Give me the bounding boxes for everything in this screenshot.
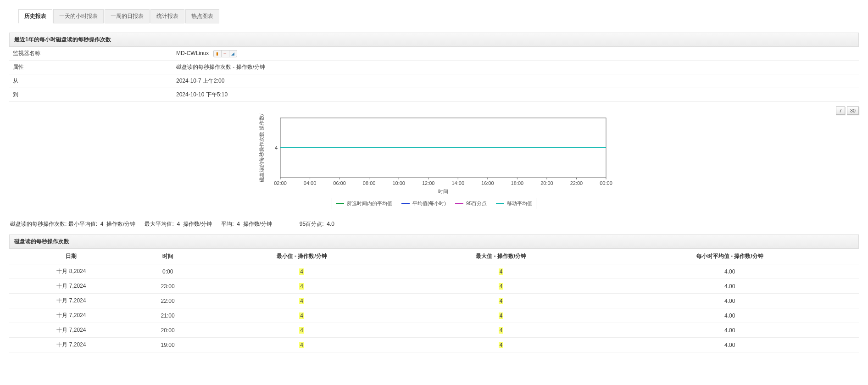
cell-time: 0:00 [134, 264, 202, 279]
table-row: 十月 7,202420:00444.00 [9, 323, 859, 338]
chart-legend: 所选时间内的平均值平均值(每小时)95百分点移动平均值 [332, 198, 537, 209]
tab-4[interactable]: 热点图表 [185, 9, 219, 23]
data-table: 日期 时间 最小值 - 操作数/分钟 最大值 - 操作数/分钟 每小时平均值 -… [9, 249, 859, 352]
info-table: 监视器名称 MD-CWLinux ▮ 〰 ◢ 属性 磁盘读的每秒操作次数 - 操… [9, 47, 859, 102]
tab-1[interactable]: 一天的小时报表 [53, 9, 104, 23]
cell-max: 4 [401, 308, 601, 323]
svg-text:22:00: 22:00 [570, 180, 583, 186]
cell-date: 十月 7,2024 [9, 294, 134, 308]
table-row: 十月 8,20240:00444.00 [9, 264, 859, 279]
stats-max-label: 最大平均值: [145, 221, 173, 227]
info-value-from: 2024-10-7 上午2:00 [172, 74, 859, 88]
svg-text:20:00: 20:00 [540, 180, 553, 186]
cell-max: 4 [401, 338, 601, 352]
cell-date: 十月 7,2024 [9, 338, 134, 352]
stats-avg-unit: 操作数/分钟 [243, 221, 272, 227]
section-title-recent: 最近1年的每小时磁盘读的每秒操作次数 [9, 33, 859, 47]
cell-time: 21:00 [134, 308, 202, 323]
cell-time: 22:00 [134, 294, 202, 308]
stats-avg-label: 平均: [221, 221, 234, 227]
stats-prefix: 磁盘读的每秒操作次数: [10, 221, 67, 227]
stats-summary: 磁盘读的每秒操作次数: 最小平均值: 4 操作数/分钟 最大平均值: 4 操作数… [9, 214, 859, 234]
range-30-button[interactable]: 30 [847, 106, 859, 115]
svg-text:16:00: 16:00 [481, 180, 494, 186]
stats-avg-value: 4 [237, 221, 240, 227]
cell-time: 23:00 [134, 279, 202, 294]
stats-max-value: 4 [177, 221, 180, 227]
stats-min-label: 最小平均值: [68, 221, 97, 227]
tab-2[interactable]: 一周的日报表 [105, 9, 150, 23]
cell-min: 4 [202, 279, 401, 294]
stats-min-value: 4 [100, 221, 104, 227]
cell-time: 19:00 [134, 338, 202, 352]
col-max: 最大值 - 操作数/分钟 [401, 249, 601, 264]
legend-item[interactable]: 所选时间内的平均值 [336, 200, 392, 207]
tab-3[interactable]: 统计报表 [150, 9, 184, 23]
svg-text:12:00: 12:00 [422, 180, 435, 186]
table-row: 十月 7,202423:00444.00 [9, 279, 859, 294]
bar-chart-icon[interactable]: ▮ [214, 50, 222, 57]
info-value-monitor: MD-CWLinux ▮ 〰 ◢ [172, 47, 859, 61]
cell-max: 4 [401, 294, 601, 308]
chart-type-icons[interactable]: ▮ 〰 ◢ [213, 50, 237, 57]
cell-min: 4 [202, 264, 401, 279]
table-row: 十月 7,202419:00444.00 [9, 338, 859, 352]
range-buttons: 7 30 [836, 106, 859, 115]
cell-avg: 4.00 [601, 279, 859, 294]
section-title-data: 磁盘读的每秒操作次数 [9, 234, 859, 249]
cell-avg: 4.00 [601, 308, 859, 323]
cell-time: 20:00 [134, 323, 202, 338]
legend-item[interactable]: 平均值(每小时) [401, 200, 446, 207]
info-label-from: 从 [9, 74, 172, 88]
area-chart-icon[interactable]: ◢ [229, 50, 237, 57]
cell-date: 十月 7,2024 [9, 323, 134, 338]
line-chart: 402:0004:0006:0008:0010:0012:0014:0016:0… [255, 113, 613, 196]
col-time: 时间 [134, 249, 202, 264]
svg-text:08:00: 08:00 [363, 180, 376, 186]
info-value-attribute: 磁盘读的每秒操作次数 - 操作数/分钟 [172, 61, 859, 74]
info-value-to: 2024-10-10 下午5:10 [172, 88, 859, 102]
info-label-monitor: 监视器名称 [9, 47, 172, 61]
chart-area: 7 30 402:0004:0006:0008:0010:0012:0014:0… [9, 106, 859, 209]
info-label-attribute: 属性 [9, 61, 172, 74]
cell-min: 4 [202, 338, 401, 352]
cell-date: 十月 7,2024 [9, 279, 134, 294]
stats-min-unit: 操作数/分钟 [106, 221, 135, 227]
info-label-to: 到 [9, 88, 172, 102]
line-chart-icon[interactable]: 〰 [222, 50, 229, 57]
cell-max: 4 [401, 323, 601, 338]
tab-0[interactable]: 历史报表 [18, 9, 52, 23]
svg-text:10:00: 10:00 [392, 180, 405, 186]
report-tabs: 历史报表一天的小时报表一周的日报表统计报表热点图表 [18, 9, 859, 23]
legend-item[interactable]: 95百分点 [455, 200, 487, 207]
cell-avg: 4.00 [601, 323, 859, 338]
cell-date: 十月 8,2024 [9, 264, 134, 279]
table-row: 十月 7,202422:00444.00 [9, 294, 859, 308]
svg-text:02:00: 02:00 [274, 180, 287, 186]
cell-min: 4 [202, 294, 401, 308]
table-row: 十月 7,202421:00444.00 [9, 308, 859, 323]
cell-avg: 4.00 [601, 294, 859, 308]
svg-text:00:00: 00:00 [600, 180, 612, 186]
svg-text:04:00: 04:00 [304, 180, 317, 186]
cell-avg: 4.00 [601, 338, 859, 352]
cell-min: 4 [202, 308, 401, 323]
cell-date: 十月 7,2024 [9, 308, 134, 323]
svg-text:18:00: 18:00 [511, 180, 524, 186]
svg-text:时间: 时间 [438, 189, 448, 194]
stats-max-unit: 操作数/分钟 [183, 221, 212, 227]
monitor-name-text: MD-CWLinux [176, 50, 209, 56]
svg-text:14:00: 14:00 [452, 180, 465, 186]
cell-max: 4 [401, 264, 601, 279]
stats-p95-value: 4.0 [327, 221, 334, 227]
col-avg: 每小时平均值 - 操作数/分钟 [601, 249, 859, 264]
cell-avg: 4.00 [601, 264, 859, 279]
cell-max: 4 [401, 279, 601, 294]
svg-text:4: 4 [275, 145, 278, 151]
cell-min: 4 [202, 323, 401, 338]
col-date: 日期 [9, 249, 134, 264]
svg-text:06:00: 06:00 [333, 180, 346, 186]
legend-item[interactable]: 移动平均值 [496, 200, 532, 207]
stats-p95-label: 95百分点: [300, 221, 324, 227]
range-7-button[interactable]: 7 [836, 106, 845, 115]
